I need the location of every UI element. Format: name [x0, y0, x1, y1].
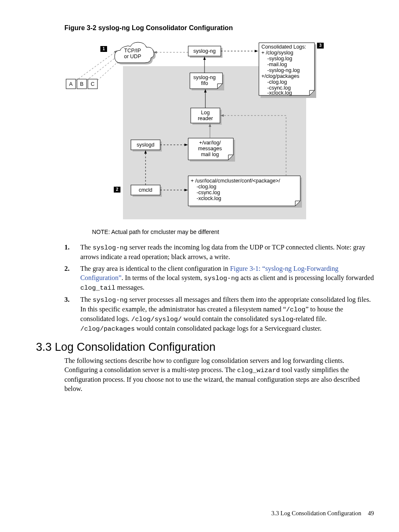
page-footer: 3.3 Log Consolidation Configuration 49 — [271, 510, 374, 517]
svg-text:Log: Log — [201, 110, 210, 116]
svg-text:messages: messages — [198, 146, 222, 152]
svg-text:+ /clog/syslog: + /clog/syslog — [261, 50, 293, 56]
section-body: The following sections describe how to c… — [64, 356, 374, 393]
svg-text:syslog-ng: syslog-ng — [193, 75, 216, 80]
svg-text:2: 2 — [116, 187, 118, 192]
svg-text:-clog.log: -clog.log — [197, 184, 216, 190]
svg-text:or UDP: or UDP — [124, 54, 141, 59]
svg-text:-csync.log: -csync.log — [197, 190, 220, 195]
svg-text:-xclock.log: -xclock.log — [197, 195, 221, 201]
svg-text:-syslog-ng.log: -syslog-ng.log — [267, 67, 300, 73]
list-item: The syslog-ng server processes all messa… — [64, 295, 374, 334]
svg-text:-clog.log: -clog.log — [267, 79, 287, 85]
page-number: 49 — [368, 510, 374, 517]
svg-text:cmcld: cmcld — [139, 187, 153, 193]
svg-text:+/clog/packages: +/clog/packages — [261, 73, 299, 79]
svg-text:C: C — [91, 81, 95, 87]
svg-line-8 — [87, 56, 118, 80]
figure-caption: Figure 3-2 syslog-ng Log Consolidator Co… — [64, 24, 374, 32]
svg-text:A: A — [69, 81, 73, 87]
svg-line-9 — [97, 61, 119, 80]
figure-diagram: A B C TCP/IP or UDP 1 syslog-ng — [64, 35, 324, 223]
svg-text:TCP/IP: TCP/IP — [124, 48, 141, 54]
svg-text:reader: reader — [198, 116, 213, 121]
svg-text:-mail.log: -mail.log — [267, 62, 287, 67]
svg-text:+ /usr/local/cmcluster/conf/<p: + /usr/local/cmcluster/conf/<package>/ — [191, 178, 280, 184]
svg-text:-xclock.log: -xclock.log — [267, 90, 292, 96]
svg-text:3: 3 — [319, 43, 322, 48]
footer-section-label: 3.3 Log Consolidation Configuration — [271, 510, 361, 517]
page: Figure 3-2 syslog-ng Log Consolidator Co… — [0, 0, 399, 532]
svg-text:+/var/log/: +/var/log/ — [199, 140, 221, 146]
list-item: The gray area is identical to the client… — [64, 264, 374, 293]
svg-text:-syslog.log: -syslog.log — [267, 56, 292, 62]
svg-text:syslog-ng: syslog-ng — [193, 48, 216, 54]
figure-note: NOTE: Actual path for cmcluster may be d… — [92, 229, 374, 235]
svg-text:syslogd: syslogd — [137, 142, 154, 148]
numbered-list: The syslog-ng server reads the incoming … — [64, 243, 374, 333]
svg-text:mail log: mail log — [201, 152, 219, 157]
svg-text:Consolidated Logs:: Consolidated Logs: — [261, 44, 306, 50]
svg-text:B: B — [80, 81, 83, 87]
svg-text:fifo: fifo — [201, 80, 208, 86]
list-item: The syslog-ng server reads the incoming … — [64, 243, 374, 262]
svg-text:1: 1 — [102, 46, 105, 51]
svg-line-7 — [76, 51, 117, 81]
section-heading: 3.3 Log Consolidation Configuration — [25, 341, 374, 354]
